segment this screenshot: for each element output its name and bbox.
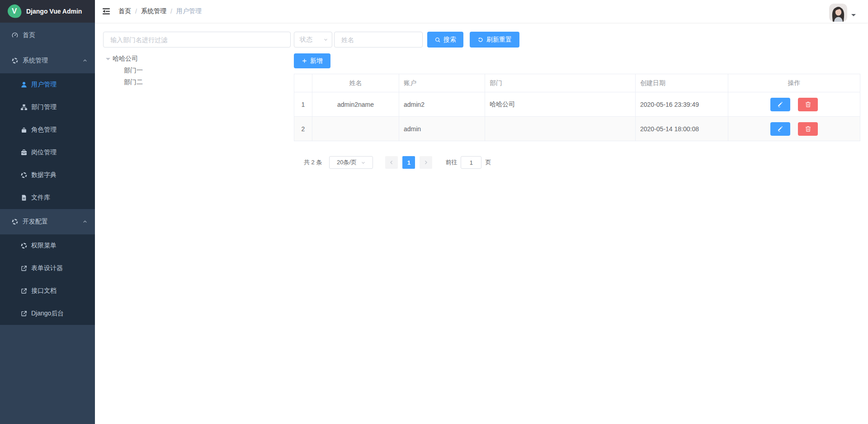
cell-name: admin2name [312, 92, 399, 117]
cell-created: 2020-05-14 18:00:08 [636, 117, 728, 141]
department-tree: 哈哈公司 部门一 部门二 [103, 53, 291, 88]
edit-pencil-icon [777, 125, 783, 132]
caret-expanded-icon[interactable] [106, 58, 110, 62]
vue-logo-icon: V [7, 4, 23, 19]
app-root: V Django Vue Admin 首页 系统管理 [0, 0, 868, 424]
column-header-account: 账户 [399, 74, 485, 92]
delete-button[interactable] [798, 98, 818, 111]
refresh-reset-button[interactable]: 刷新重置 [470, 32, 519, 48]
column-header-dept: 部门 [485, 74, 636, 92]
column-header-name: 姓名 [312, 74, 399, 92]
breadcrumb-system[interactable]: 系统管理 [141, 7, 166, 15]
breadcrumb-separator: / [135, 8, 137, 15]
goto-label: 前往 [445, 158, 457, 167]
goto-page-input[interactable] [461, 156, 481, 169]
page-content: 哈哈公司 部门一 部门二 状态 [95, 23, 868, 424]
external-link-icon [20, 265, 28, 272]
tree-node-label: 部门一 [124, 67, 143, 75]
main-area: 首页 / 系统管理 / 用户管理 [95, 0, 868, 424]
search-icon [434, 37, 441, 43]
tree-node-child[interactable]: 部门一 [103, 65, 291, 76]
cell-created: 2020-05-16 23:39:49 [636, 92, 728, 117]
sidebar-item-home[interactable]: 首页 [0, 23, 95, 48]
navbar: 首页 / 系统管理 / 用户管理 [95, 0, 868, 23]
search-button[interactable]: 搜索 [427, 32, 463, 48]
filter-row: 状态 搜索 刷新重置 [294, 32, 860, 48]
prev-page-button[interactable] [385, 156, 398, 169]
breadcrumb-home[interactable]: 首页 [118, 7, 131, 15]
table-row: 1 admin2name admin2 哈哈公司 2020-05-16 23:3… [294, 92, 860, 117]
sidebar-item-label: 角色管理 [31, 126, 57, 134]
sidebar-group-label: 系统管理 [23, 57, 48, 65]
plus-icon [302, 58, 307, 64]
sidebar-item-label: 表单设计器 [31, 264, 63, 272]
document-icon [20, 194, 28, 201]
sidebar-group-label: 开发配置 [23, 218, 48, 226]
edit-button[interactable] [770, 98, 790, 111]
chevron-left-icon [389, 160, 394, 165]
sidebar-item-label: 文件库 [31, 194, 50, 202]
page-unit-label: 页 [485, 158, 491, 167]
cell-actions [728, 92, 860, 117]
sidebar-item-post-management[interactable]: 岗位管理 [0, 141, 95, 164]
caret-down-icon[interactable] [851, 14, 856, 19]
chevron-right-icon [423, 160, 429, 165]
tree-node-root[interactable]: 哈哈公司 [103, 53, 291, 65]
pagination-total: 共 2 条 [304, 158, 322, 167]
avatar-photo [829, 4, 847, 22]
trash-icon [805, 125, 811, 132]
user-avatar[interactable] [829, 4, 847, 22]
page-number-button[interactable]: 1 [402, 156, 415, 169]
sidebar-item-label: 首页 [23, 31, 35, 39]
edit-pencil-icon [777, 101, 783, 108]
column-header-created: 创建日期 [636, 74, 728, 92]
cell-index: 2 [294, 117, 312, 141]
dashboard-icon [11, 32, 19, 39]
sidebar-group-system[interactable]: 系统管理 [0, 48, 95, 73]
app-title: Django Vue Admin [26, 8, 82, 15]
name-filter-input[interactable] [334, 32, 423, 48]
sidebar-item-user-management[interactable]: 用户管理 [0, 73, 95, 96]
breadcrumb: 首页 / 系统管理 / 用户管理 [118, 7, 202, 15]
sidebar-item-permission-menu[interactable]: 权限菜单 [0, 234, 95, 257]
sidebar-item-form-designer[interactable]: 表单设计器 [0, 257, 95, 280]
sidebar-item-label: 接口文档 [31, 287, 57, 295]
pagination-jumper: 前往 页 [445, 156, 491, 169]
delete-button[interactable] [798, 122, 818, 136]
sidebar-item-label: 权限菜单 [31, 242, 57, 250]
sidebar-item-dept-management[interactable]: 部门管理 [0, 96, 95, 119]
add-user-button[interactable]: 新增 [294, 53, 330, 68]
cell-dept [485, 117, 636, 141]
user-table: 姓名 账户 部门 创建日期 操作 1 admin2name ad [294, 74, 860, 141]
sidebar-item-api-docs[interactable]: 接口文档 [0, 280, 95, 302]
trash-icon [805, 101, 811, 108]
org-tree-icon [20, 104, 28, 111]
tree-node-child[interactable]: 部门二 [103, 76, 291, 88]
status-select[interactable]: 状态 [294, 32, 332, 48]
sidebar-menu: 首页 系统管理 用户管理 部门 [0, 23, 95, 424]
sidebar-item-django-admin[interactable]: Django后台 [0, 302, 95, 325]
sidebar-item-label: 岗位管理 [31, 148, 57, 157]
chevron-up-icon [82, 58, 88, 63]
sidebar-item-role-management[interactable]: 角色管理 [0, 119, 95, 141]
component-icon [11, 218, 19, 225]
sidebar-group-dev-config[interactable]: 开发配置 [0, 209, 95, 234]
app-logo[interactable]: V Django Vue Admin [0, 0, 95, 23]
next-page-button[interactable] [420, 156, 432, 169]
page-size-select[interactable]: 20条/页 [329, 156, 373, 169]
table-header-row: 姓名 账户 部门 创建日期 操作 [294, 74, 860, 92]
chevron-up-icon [82, 219, 88, 224]
sidebar-toggle-button[interactable] [102, 7, 111, 16]
sidebar-item-file-library[interactable]: 文件库 [0, 186, 95, 209]
navbar-right [829, 1, 861, 22]
sidebar-item-data-dictionary[interactable]: 数据字典 [0, 164, 95, 186]
department-filter-input[interactable] [103, 32, 291, 48]
cell-index: 1 [294, 92, 312, 117]
refresh-reset-label: 刷新重置 [486, 36, 512, 44]
add-button-label: 新增 [310, 57, 323, 65]
chevron-down-icon [323, 37, 328, 42]
edit-button[interactable] [770, 122, 790, 136]
search-button-label: 搜索 [443, 36, 456, 44]
briefcase-icon [20, 149, 28, 156]
status-select-placeholder: 状态 [300, 36, 312, 44]
